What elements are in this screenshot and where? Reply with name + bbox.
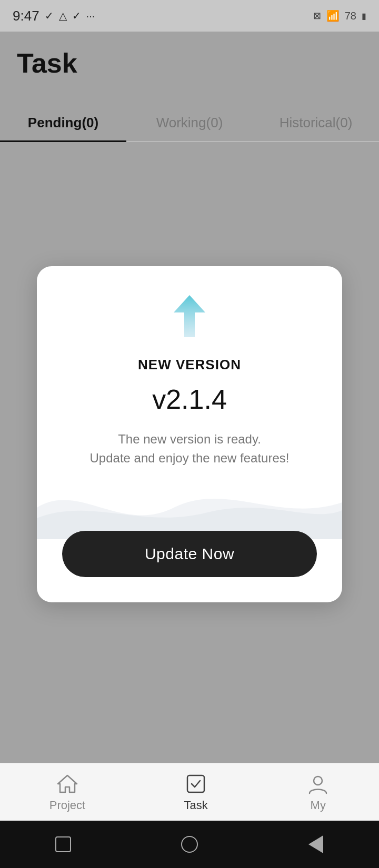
modal-content: NEW VERSION v2.1.4 The new version is re… [62,292,317,577]
update-arrow-icon [171,292,208,340]
new-version-badge: NEW VERSION [138,357,241,373]
modal-overlay: NEW VERSION v2.1.4 The new version is re… [0,0,379,868]
svg-marker-0 [174,295,205,337]
update-now-button[interactable]: Update Now [62,531,317,577]
version-description: The new version is ready. Update and enj… [90,430,290,468]
version-number: v2.1.4 [152,383,227,415]
modal-card: NEW VERSION v2.1.4 The new version is re… [37,266,342,602]
